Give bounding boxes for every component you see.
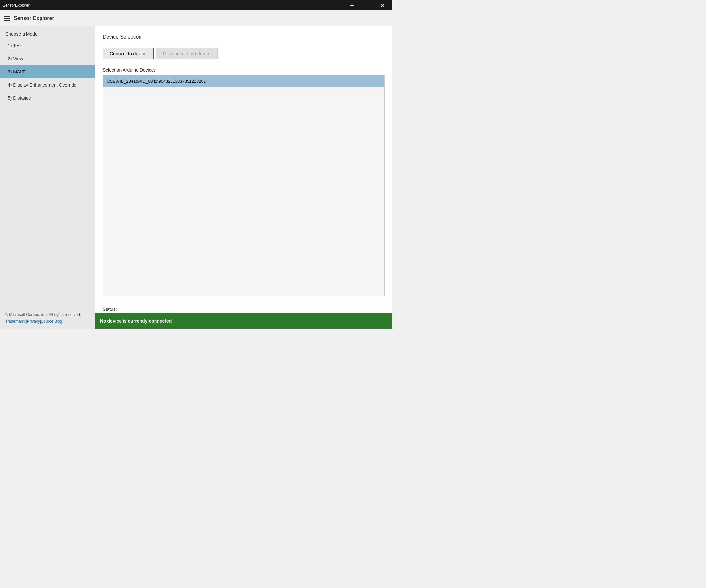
minimize-button[interactable]: ─	[345, 0, 360, 10]
main-layout: Choose a Mode 1) Test 2) View 3) MALT 4)…	[0, 26, 392, 329]
sidebar-item-malt[interactable]: 3) MALT	[0, 65, 95, 78]
sidebar-nav: 1) Test 2) View 3) MALT 4) Display Enhan…	[0, 39, 95, 307]
disconnect-button: Disconnect from device	[156, 48, 218, 59]
copyright-text: © Microsoft Corporation. All rights rese…	[5, 312, 89, 317]
footer-links: Trademarks | Privacy | Source | Blog	[5, 319, 89, 324]
sidebar-heading: Choose a Mode	[0, 26, 95, 39]
status-bar: No device is currently connected	[95, 313, 392, 329]
sidebar-item-view[interactable]: 2) View	[0, 52, 95, 65]
button-row: Connect to device Disconnect from device	[103, 48, 385, 59]
sidebar-footer: © Microsoft Corporation. All rights rese…	[0, 307, 95, 329]
privacy-link[interactable]: Privacy	[27, 319, 40, 324]
sidebar-item-distance[interactable]: 5) Distance	[0, 91, 95, 104]
title-bar-controls: ─ □ ✕	[345, 0, 390, 10]
device-list-item[interactable]: USB\VID_2341&PID_0042\954323138373512132…	[103, 75, 384, 87]
status-section: Status:	[95, 304, 392, 313]
content-area: Device Selection Connect to device Disco…	[95, 26, 392, 329]
close-button[interactable]: ✕	[375, 0, 390, 10]
status-label: Status:	[103, 304, 385, 312]
app-title: Sensor Explorer	[14, 15, 54, 21]
sidebar-item-display-enhancement-override[interactable]: 4) Display Enhancement Override	[0, 78, 95, 91]
app-header: Sensor Explorer	[0, 10, 392, 26]
section-title: Device Selection	[103, 34, 385, 40]
status-message: No device is currently connected	[100, 318, 171, 324]
device-list-label: Select an Arduino Device:	[103, 67, 385, 73]
hamburger-icon[interactable]	[4, 16, 10, 20]
trademarks-link[interactable]: Trademarks	[5, 319, 26, 324]
content-inner: Device Selection Connect to device Disco…	[95, 26, 392, 304]
connect-button[interactable]: Connect to device	[103, 48, 154, 59]
source-link[interactable]: Source	[41, 319, 53, 324]
blog-link[interactable]: Blog	[54, 319, 62, 324]
title-bar-text: SensorExplorer	[3, 3, 30, 7]
device-list[interactable]: USB\VID_2341&PID_0042\954323138373512132…	[103, 75, 385, 296]
sidebar: Choose a Mode 1) Test 2) View 3) MALT 4)…	[0, 26, 95, 329]
maximize-button[interactable]: □	[360, 0, 375, 10]
sidebar-item-test[interactable]: 1) Test	[0, 39, 95, 52]
title-bar: SensorExplorer ─ □ ✕	[0, 0, 392, 10]
